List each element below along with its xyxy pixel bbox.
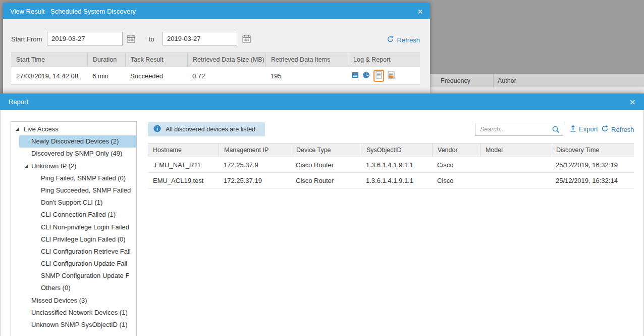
pie-chart-icon[interactable]: [362, 71, 370, 80]
cell-sysobjectid: 1.3.6.1.4.1.9.1.1: [361, 161, 432, 169]
tree-item-label: Discovered by SNMP Only (49): [31, 150, 122, 157]
search-box: [475, 123, 563, 136]
column-log-report[interactable]: Log & Report: [348, 53, 420, 67]
tree-item-label: Unknown IP (2): [31, 162, 76, 170]
cell-start-time: 27/03/2019, 14:42:08: [11, 72, 87, 80]
tree-item-live-access[interactable]: Live Access: [11, 123, 136, 135]
cell-sysobjectid: 1.3.6.1.4.1.9.1.1: [361, 177, 432, 184]
column-task-result[interactable]: Task Result: [125, 53, 187, 67]
refresh-label: Refresh: [397, 36, 420, 44]
tree-item-label: Newly Discovered Devices (2): [31, 137, 119, 145]
tree-item-label: CLI Non-privilege Login Failed: [41, 223, 129, 231]
report-body: Live Access Newly Discovered Devices (2)…: [0, 110, 644, 336]
tree-item-others[interactable]: Others (0): [11, 282, 136, 294]
calendar-icon: [242, 34, 251, 45]
cell-log-report: [348, 70, 420, 82]
calendar-to-button[interactable]: [240, 33, 252, 45]
column-model[interactable]: Model: [480, 143, 551, 157]
tree-item-label: Ping Failed, SNMP Failed (0): [41, 174, 126, 182]
report-titlebar[interactable]: Report ×: [0, 93, 644, 110]
calendar-icon: [126, 34, 136, 45]
cell-retrieved-data-size: 0.72: [187, 72, 265, 80]
discovered-devices-table: Hostname Management IP Device Type SysOb…: [148, 143, 634, 188]
table-row[interactable]: 27/03/2019, 14:42:08 6 min Succeeded 0.7…: [11, 67, 420, 85]
tree-item-label: Live Access: [24, 125, 59, 133]
table-header: Start Time Duration Task Result Retrieve…: [11, 53, 420, 67]
cell-discovery-time: 25/12/2019, 16:32:19: [551, 161, 634, 169]
start-from-label: Start From: [11, 35, 42, 43]
tree-item-label: CLI Configuration Update Fail: [41, 260, 127, 267]
tree-item-label: CLI Configuration Retrieve Fail: [41, 248, 131, 255]
cell-device-type: Cisco Router: [291, 161, 361, 169]
column-vendor[interactable]: Vendor: [432, 143, 480, 157]
column-discovery-time[interactable]: Discovery Time: [551, 143, 634, 157]
column-sysobjectid[interactable]: SysObjectID: [361, 143, 432, 157]
tree-item-label: CLI Privilege Login Failed (0): [41, 235, 126, 243]
cell-discovery-time: 25/12/2019, 16:32:14: [551, 177, 634, 184]
expand-triangle-icon[interactable]: [24, 164, 29, 168]
tree-item-cli-privilege-login-failed[interactable]: CLI Privilege Login Failed (0): [11, 233, 136, 246]
tree-item-discovered-by-snmp-only[interactable]: Discovered by SNMP Only (49): [11, 148, 136, 160]
tree-item-label: CLI Connection Failed (1): [41, 211, 116, 218]
date-from-input[interactable]: [47, 32, 123, 45]
background-column-frequency: Frequency: [430, 74, 493, 87]
tree-item-cli-connection-failed[interactable]: CLI Connection Failed (1): [11, 209, 136, 221]
refresh-icon: [387, 35, 394, 44]
tree-item-snmp-configuration-update-failed[interactable]: SNMP Configuration Update F: [11, 270, 136, 282]
tree-item-cli-non-privilege-login-failed[interactable]: CLI Non-privilege Login Failed: [11, 221, 136, 233]
view-result-titlebar[interactable]: View Result - Scheduled System Discovery…: [3, 3, 430, 19]
refresh-button[interactable]: Refresh: [387, 35, 420, 44]
to-label: to: [149, 35, 154, 43]
column-hostname[interactable]: Hostname: [148, 143, 219, 157]
info-icon: [153, 125, 161, 134]
tree-item-cli-configuration-update-failed[interactable]: CLI Configuration Update Fail: [11, 258, 136, 270]
info-banner: All discovered devices are listed.: [148, 122, 265, 136]
cell-retrieved-data-items: 195: [265, 72, 348, 80]
export-icon: [570, 125, 576, 133]
tree-item-dont-support-cli[interactable]: Don't Support CLI (1): [11, 197, 136, 209]
close-icon[interactable]: ×: [629, 97, 635, 107]
refresh-icon: [601, 125, 609, 134]
cell-management-ip: 172.25.37.19: [219, 177, 291, 184]
cell-device-type: Cisco Router: [291, 177, 361, 184]
cell-task-result: Succeeded: [125, 72, 187, 80]
column-retrieved-data-items[interactable]: Retrieved Data Items: [265, 53, 348, 67]
tree-item-cli-configuration-retrieve-failed[interactable]: CLI Configuration Retrieve Fail: [11, 246, 136, 258]
cell-management-ip: 172.25.37.9: [219, 161, 291, 169]
tree-item-unclassified-network-devices[interactable]: Unclassified Network Devices (1): [11, 307, 136, 319]
info-message: All discovered devices are listed.: [166, 126, 257, 133]
calendar-from-button[interactable]: [125, 33, 137, 45]
column-retrieved-data-size[interactable]: Retrieved Data Size (MB): [187, 53, 265, 67]
cell-hostname: .EMU_NAT_R11: [148, 161, 219, 169]
column-device-type[interactable]: Device Type: [291, 143, 361, 157]
report-document-icon[interactable]: [375, 71, 382, 80]
cell-vendor: Cisco: [432, 177, 480, 184]
data-table-icon[interactable]: [351, 71, 359, 80]
tree-item-ping-succeeded-snmp-failed[interactable]: Ping Succeeded, SNMP Failed: [11, 184, 136, 197]
report-title: Report: [9, 98, 28, 106]
column-start-time[interactable]: Start Time: [11, 53, 87, 67]
refresh-button[interactable]: Refresh: [601, 125, 634, 134]
search-icon[interactable]: [552, 125, 560, 134]
tree-item-missed-devices[interactable]: Missed Devices (3): [11, 295, 136, 307]
report-icon-highlight: [373, 70, 384, 82]
table-row[interactable]: .EMU_NAT_R11 172.25.37.9 Cisco Router 1.…: [148, 157, 634, 173]
close-icon[interactable]: ×: [417, 7, 423, 16]
log-file-icon[interactable]: [388, 71, 395, 80]
tree-item-newly-discovered-devices[interactable]: Newly Discovered Devices (2): [19, 135, 136, 148]
background-column-author: Author: [493, 74, 644, 87]
tree-item-label: Ping Succeeded, SNMP Failed: [41, 186, 131, 194]
column-duration[interactable]: Duration: [87, 53, 125, 67]
date-to-input[interactable]: [163, 32, 237, 45]
export-button[interactable]: Export: [570, 125, 598, 133]
search-input[interactable]: [475, 123, 549, 135]
column-management-ip[interactable]: Management IP: [219, 143, 291, 157]
tree-item-unknown-snmp-sysobjectid[interactable]: Unknown SNMP SysObjectID (1): [11, 319, 136, 331]
cell-duration: 6 min: [87, 72, 125, 80]
tree-item-unknown-ip[interactable]: Unknown IP (2): [11, 160, 136, 172]
table-row[interactable]: EMU_ACL19.test 172.25.37.19 Cisco Router…: [148, 173, 634, 188]
table-header: Hostname Management IP Device Type SysOb…: [148, 143, 634, 157]
report-category-tree: Live Access Newly Discovered Devices (2)…: [11, 121, 137, 336]
expand-triangle-icon[interactable]: [15, 127, 20, 131]
tree-item-ping-failed-snmp-failed[interactable]: Ping Failed, SNMP Failed (0): [11, 172, 136, 184]
